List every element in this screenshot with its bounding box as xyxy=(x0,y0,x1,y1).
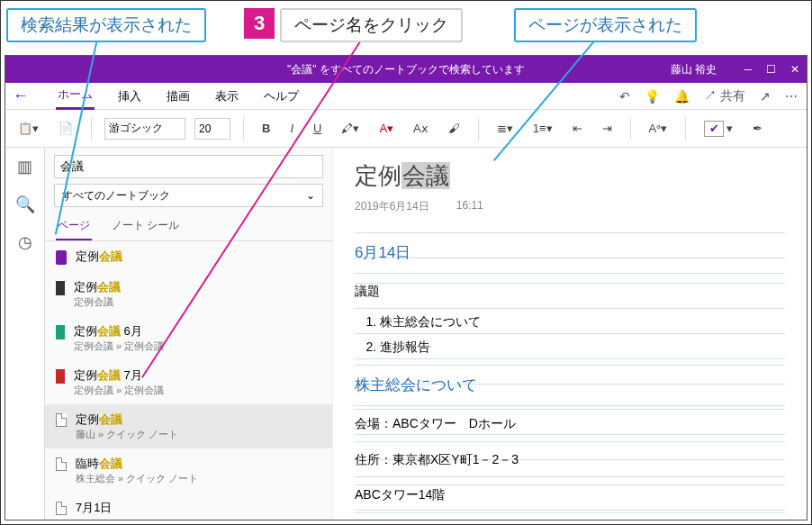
share-label: 共有 xyxy=(720,88,745,103)
result-sub: 藤山 » クイック ノート xyxy=(76,428,178,441)
ink-button[interactable]: ✒ xyxy=(747,119,768,138)
tab-help[interactable]: ヘルプ xyxy=(262,84,301,109)
result-title-pre: 7月1日 xyxy=(76,501,112,514)
bold-button[interactable]: B xyxy=(257,119,275,138)
page-icon xyxy=(56,413,67,427)
fullscreen-icon[interactable]: ↗ xyxy=(760,89,771,104)
section-icon xyxy=(56,281,65,295)
page-title-pre: 定例 xyxy=(355,162,401,189)
body-line: 会場：ABCタワー Dホール xyxy=(355,405,785,441)
ribbon-tabs: ← ホーム 挿入 描画 表示 ヘルプ ↶ 💡 🔔 ↗ 共有 ↗ ⋯ xyxy=(5,83,807,110)
agenda-item: 株主総会について xyxy=(380,309,785,334)
result-item-notebook[interactable]: 定例会議 xyxy=(45,241,332,272)
tab-home[interactable]: ホーム xyxy=(56,82,95,110)
section-icon xyxy=(56,325,65,339)
heading-topic: 株主総会について xyxy=(355,365,785,405)
format-painter-button[interactable]: 🖌 xyxy=(443,119,465,138)
todo-tag-button[interactable]: ✔▾ xyxy=(699,118,738,140)
undo-icon[interactable]: ↶ xyxy=(619,89,630,104)
outdent-button[interactable]: ⇤ xyxy=(567,119,588,138)
result-title-hl: 会議 xyxy=(99,457,122,470)
body-line: 住所：東京都X区Y町1－2－3 xyxy=(355,441,785,477)
page-title-hl: 会議 xyxy=(401,162,450,189)
result-title-hl: 会議 xyxy=(97,324,121,338)
result-item-section-july[interactable]: 定例会議 7月定例会議 » 定例会議 xyxy=(45,360,332,404)
result-item-page-rinji[interactable]: 臨時会議株主総会 » クイック ノート xyxy=(45,448,332,493)
section-icon xyxy=(56,369,65,384)
callout-click-page: ページ名をクリック xyxy=(280,8,463,42)
result-sub: 定例会議 xyxy=(74,295,121,309)
onenote-window: "会議" をすべてのノートブックで検索しています 藤山 裕史 ─ ☐ ✕ ← ホ… xyxy=(5,55,807,520)
result-title-pre: 定例 xyxy=(74,324,97,338)
result-item-section-june[interactable]: 定例会議 6月定例会議 » 定例会議 xyxy=(45,316,332,360)
search-scope-label: すべてのノートブック xyxy=(62,188,170,204)
clipboard-button[interactable]: 📄 xyxy=(53,119,78,138)
result-sub: 定例会議 » 定例会議 xyxy=(74,339,164,353)
agenda-label: 議題 xyxy=(355,273,785,309)
clear-format-button[interactable]: Aⅹ xyxy=(408,119,434,138)
search-results-list: 定例会議 定例会議定例会議 定例会議 6月定例会議 » 定例会議 定例会議 7月… xyxy=(45,241,332,520)
notebooks-icon[interactable]: ▥ xyxy=(17,157,32,177)
back-arrow-icon[interactable]: ← xyxy=(13,86,29,105)
heading-date: 6月14日 xyxy=(355,232,785,273)
tab-view[interactable]: 表示 xyxy=(213,84,240,109)
result-tab-pages[interactable]: ページ xyxy=(56,213,92,240)
result-title-post: 7月 xyxy=(121,368,142,382)
body-line: ABCタワー14階 xyxy=(355,476,785,512)
styles-button[interactable]: Aᵃ▾ xyxy=(644,119,673,138)
numbering-button[interactable]: 1≡▾ xyxy=(528,119,558,138)
result-item-page-july1[interactable]: 7月1日 xyxy=(45,493,332,520)
title-bar: "会議" をすべてのノートブックで検索しています 藤山 裕史 ─ ☐ ✕ xyxy=(5,56,807,83)
font-name-combo[interactable] xyxy=(104,118,185,140)
result-item-section[interactable]: 定例会議定例会議 xyxy=(45,272,332,316)
paste-button[interactable]: 📋▾ xyxy=(13,119,44,138)
step-badge-3: 3 xyxy=(244,8,275,39)
page-content[interactable]: 定例会議 2019年6月14日 16:11 6月14日 議題 株主総会について … xyxy=(333,148,807,520)
highlight-button[interactable]: 🖍▾ xyxy=(336,119,365,138)
page-title[interactable]: 定例会議 xyxy=(355,160,785,192)
page-icon xyxy=(56,457,67,471)
share-button[interactable]: ↗ 共有 xyxy=(704,88,745,104)
agenda-item: 進捗報告 xyxy=(380,334,785,359)
left-rail: ▥ 🔍 ◷ xyxy=(5,148,45,520)
result-title-post: 6月 xyxy=(121,324,142,338)
page-date: 2019年6月14日 xyxy=(355,199,429,214)
window-minimize-icon[interactable]: ─ xyxy=(744,63,752,76)
chevron-down-icon: ⌄ xyxy=(306,189,315,202)
result-sub: 定例会議 » 定例会議 xyxy=(74,384,164,397)
result-tab-tags[interactable]: ノート シール xyxy=(110,213,181,240)
callout-results-shown: 検索結果が表示された xyxy=(6,8,206,42)
lightbulb-icon[interactable]: 💡 xyxy=(645,89,660,104)
indent-button[interactable]: ⇥ xyxy=(597,119,618,138)
window-close-icon[interactable]: ✕ xyxy=(790,63,799,76)
formatting-toolbar: 📋▾ 📄 B I U 🖍▾ A▾ Aⅹ 🖌 ≣▾ 1≡▾ ⇤ ⇥ Aᵃ▾ ✔▾ … xyxy=(5,110,807,148)
page-meta: 2019年6月14日 16:11 xyxy=(355,199,785,214)
notebook-icon xyxy=(56,250,67,265)
search-panel: すべてのノートブック ⌄ ページ ノート シール 定例会議 定例会議定例会議 定 xyxy=(45,148,333,520)
result-item-page-selected[interactable]: 定例会議藤山 » クイック ノート xyxy=(45,404,332,448)
tab-insert[interactable]: 挿入 xyxy=(116,84,143,109)
result-title-hl: 会議 xyxy=(97,368,121,382)
underline-button[interactable]: U xyxy=(308,119,327,138)
result-title-pre: 定例 xyxy=(76,249,99,263)
result-title-hl: 会議 xyxy=(97,280,121,294)
tab-draw[interactable]: 描画 xyxy=(165,84,192,109)
bell-icon[interactable]: 🔔 xyxy=(674,89,690,104)
search-icon[interactable]: 🔍 xyxy=(15,195,35,214)
more-icon[interactable]: ⋯ xyxy=(785,89,798,104)
result-title-pre: 臨時 xyxy=(76,457,99,470)
search-scope-dropdown[interactable]: すべてのノートブック ⌄ xyxy=(54,184,323,207)
italic-button[interactable]: I xyxy=(284,119,299,138)
recent-icon[interactable]: ◷ xyxy=(18,232,32,252)
agenda-list: 株主総会について 進捗報告 xyxy=(355,309,785,359)
result-title-pre: 定例 xyxy=(76,412,99,426)
heading-reception: 受付担当 xyxy=(355,512,785,520)
font-color-button[interactable]: A▾ xyxy=(374,119,399,138)
page-time: 16:11 xyxy=(456,199,483,214)
result-title-pre: 定例 xyxy=(74,368,97,382)
window-maximize-icon[interactable]: ☐ xyxy=(766,63,776,76)
result-title-hl: 会議 xyxy=(99,412,122,426)
result-title-hl: 会議 xyxy=(99,249,122,263)
result-sub: 株主総会 » クイック ノート xyxy=(76,472,198,485)
font-size-combo[interactable] xyxy=(194,118,230,140)
